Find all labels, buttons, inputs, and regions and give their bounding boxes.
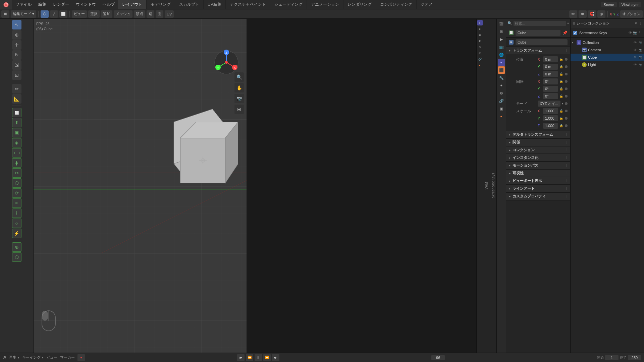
outliner-filter-icon[interactable]: ▼ bbox=[634, 21, 638, 25]
item-strip-5[interactable]: ⊕ bbox=[477, 44, 483, 50]
tab-texture-paint[interactable]: テクスチャペイント bbox=[226, 0, 270, 9]
tool-inset[interactable]: ▣ bbox=[12, 128, 21, 137]
light-render-icon[interactable]: 📷 bbox=[638, 62, 643, 67]
menu-render[interactable]: レンダー bbox=[50, 0, 72, 9]
menu-window[interactable]: ウィンドウ bbox=[72, 0, 99, 9]
vp-ortho-btn[interactable]: ⊞ bbox=[234, 105, 244, 114]
lineart-header[interactable]: ▸ ラインアート ⋮ bbox=[506, 185, 570, 192]
camera-render-icon[interactable]: 📷 bbox=[638, 48, 643, 52]
scale-y-value[interactable]: 1.000 bbox=[543, 115, 558, 121]
screencast-keys-checkbox[interactable] bbox=[573, 31, 577, 35]
cube-vis-icon[interactable]: 👁 bbox=[633, 55, 637, 60]
options-btn[interactable]: オプション bbox=[620, 10, 643, 18]
tab-modeling[interactable]: モデリング bbox=[147, 0, 175, 9]
rot-z-lock[interactable]: 🔒 bbox=[559, 95, 564, 98]
jump-end-btn[interactable]: ⏭ bbox=[272, 354, 279, 361]
visibility-options[interactable]: ⋮ bbox=[565, 172, 568, 175]
play-item[interactable]: 再生 ▾ bbox=[9, 355, 19, 360]
tool-rotate[interactable]: ↻ bbox=[12, 50, 21, 60]
tool-smooth[interactable]: ≈ bbox=[12, 198, 21, 208]
prop-modifier-icon[interactable]: 🔧 bbox=[498, 74, 505, 81]
prop-scene-icon[interactable]: 🎬 bbox=[498, 20, 505, 27]
relations-header[interactable]: ▸ 関係 ⋮ bbox=[506, 139, 570, 146]
item-strip-2[interactable]: ■ bbox=[477, 26, 483, 32]
keying-item[interactable]: キーイング ▾ bbox=[22, 355, 44, 360]
item-strip-active[interactable]: ● bbox=[477, 20, 483, 25]
rot-x-lock[interactable]: 🔒 bbox=[559, 80, 564, 83]
visibility-header[interactable]: ▸ 可視性 ⋮ bbox=[506, 170, 570, 177]
transform-options[interactable]: ⋮ bbox=[565, 49, 568, 52]
mesh-menu[interactable]: メッシュ bbox=[114, 10, 132, 18]
data-name-field[interactable]: Cube bbox=[516, 39, 568, 45]
scene-item-collection[interactable]: ▾ ⊞ Collection 👁 📷 bbox=[571, 39, 644, 46]
vp-pan-btn[interactable]: ✋ bbox=[234, 83, 244, 93]
loc-y-lock[interactable]: 🔒 bbox=[559, 65, 564, 68]
tool-extrude[interactable]: ⬆ bbox=[12, 118, 21, 127]
select-edge-btn[interactable]: ╱ bbox=[50, 10, 58, 18]
prev-keyframe-btn[interactable]: ⏪ bbox=[246, 354, 253, 361]
edge-menu[interactable]: 辺 bbox=[147, 10, 154, 18]
select-face-btn[interactable]: ⬜ bbox=[59, 10, 67, 18]
start-frame-display[interactable]: 1 bbox=[605, 355, 619, 360]
props-search-input[interactable] bbox=[514, 21, 566, 26]
tab-shading[interactable]: シェーディング bbox=[270, 0, 307, 9]
scene-selector[interactable]: Scene bbox=[601, 2, 617, 7]
tool-transform[interactable]: ⊡ bbox=[12, 70, 21, 80]
next-keyframe-btn[interactable]: ⏩ bbox=[263, 354, 271, 361]
loc-z-value[interactable]: 0 m bbox=[543, 71, 558, 77]
tool-shear[interactable]: ⌇ bbox=[12, 208, 21, 218]
object-name-field[interactable]: Cube bbox=[516, 30, 560, 36]
end-frame-display[interactable]: 250 bbox=[628, 355, 641, 360]
pin-icon[interactable]: 📌 bbox=[562, 31, 568, 35]
rot-y-value[interactable]: 0° bbox=[543, 86, 558, 92]
menu-file[interactable]: ファイル bbox=[12, 0, 35, 9]
menu-help[interactable]: ヘルプ bbox=[99, 0, 118, 9]
custom-props-header[interactable]: ▸ カスタムプロパティ ⋮ bbox=[506, 193, 570, 200]
gizmo-btn[interactable]: ⊕ bbox=[579, 10, 587, 18]
current-frame-display[interactable]: 96 bbox=[431, 355, 445, 360]
instancing-options[interactable]: ⋮ bbox=[565, 156, 568, 160]
scale-z-lock[interactable]: 🔒 bbox=[559, 124, 564, 127]
tab-animation[interactable]: アニメーション bbox=[307, 0, 343, 9]
loc-x-value[interactable]: 0 m bbox=[543, 56, 558, 62]
prop-object-icon[interactable]: ⬛ bbox=[498, 66, 505, 74]
tab-uv[interactable]: UV編集 bbox=[204, 0, 226, 9]
scene-item-light[interactable]: ● Light 👁 📷 bbox=[571, 61, 644, 68]
tab-layout[interactable]: レイアウト bbox=[118, 0, 147, 9]
scene-item-camera[interactable]: 📷 Camera 👁 📷 bbox=[571, 46, 644, 54]
scale-x-value[interactable]: 1.000 bbox=[543, 108, 558, 114]
screencast-more-icon[interactable]: ⋮ bbox=[638, 31, 641, 35]
prop-renderlayer-icon[interactable]: ⊞ bbox=[498, 28, 505, 35]
axis-x[interactable]: X bbox=[610, 12, 612, 16]
screencast-vis-icon[interactable]: 👁 bbox=[629, 31, 632, 35]
outliner-options-icon[interactable]: ⋮ bbox=[639, 21, 642, 25]
view-menu[interactable]: ビュー bbox=[72, 10, 87, 18]
vp-zoom-btn[interactable]: 🔍 bbox=[234, 72, 244, 82]
tool-measure[interactable]: 📐 bbox=[12, 94, 21, 104]
tool-move[interactable]: ✛ bbox=[12, 40, 21, 50]
tool-bevel[interactable]: ◈ bbox=[12, 138, 21, 147]
item-strip-material[interactable]: ● bbox=[477, 62, 483, 68]
scale-x-lock[interactable]: 🔒 bbox=[559, 109, 564, 113]
view-layer-selector[interactable]: ViewLayer bbox=[619, 2, 641, 7]
props-search-options[interactable]: ▾ bbox=[567, 21, 569, 25]
rot-mode-selector[interactable]: XYZ オイ... bbox=[538, 101, 560, 107]
instancing-header[interactable]: ▸ インスタンス化 ⋮ bbox=[506, 154, 570, 162]
tab-rendering[interactable]: レンダリング bbox=[343, 0, 376, 9]
play-pause-btn[interactable]: ⏸ bbox=[255, 354, 262, 361]
viewport-display-header[interactable]: ▸ ビューポート表示 ⋮ bbox=[506, 177, 570, 185]
rot-y-lock[interactable]: 🔒 bbox=[559, 87, 564, 90]
viewport-3d[interactable]: FPS: 26 (96) Cube bbox=[34, 19, 247, 353]
tool-cursor[interactable]: ⊕ bbox=[12, 30, 21, 40]
prop-constraints-icon[interactable]: 🔗 bbox=[498, 97, 505, 105]
add-menu[interactable]: 追加 bbox=[101, 10, 112, 18]
tool-spin[interactable]: ⟳ bbox=[12, 188, 21, 198]
collection-s-options[interactable]: ⋮ bbox=[565, 148, 568, 152]
relations-options[interactable]: ⋮ bbox=[565, 141, 568, 144]
tool-offset[interactable]: ⧫ bbox=[12, 158, 21, 168]
collection-render-icon[interactable]: 📷 bbox=[638, 40, 643, 45]
select-menu[interactable]: 選択 bbox=[88, 10, 100, 18]
camera-vis-icon[interactable]: 👁 bbox=[633, 48, 637, 52]
jump-start-btn[interactable]: ⏮ bbox=[237, 354, 245, 361]
viewport-overlay-btn[interactable]: 👁 bbox=[569, 10, 577, 18]
